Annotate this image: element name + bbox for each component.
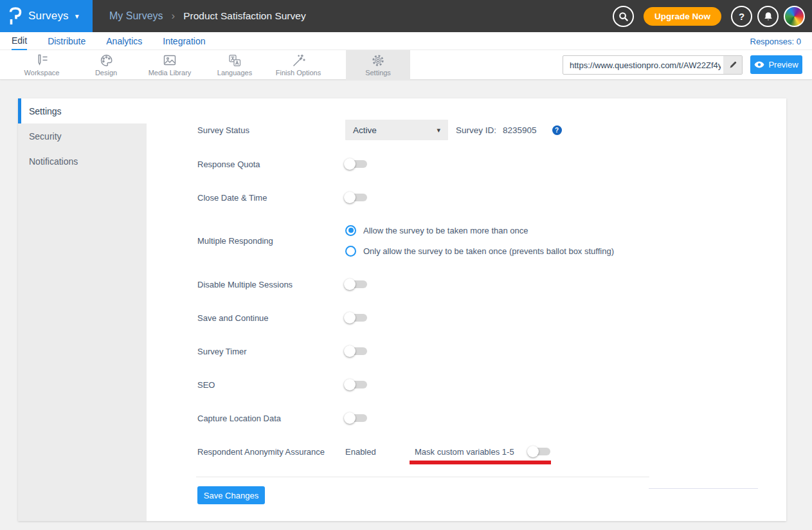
mask-custom-variables-toggle[interactable] [528,448,550,455]
save-changes-button[interactable]: Save Changes [197,486,265,504]
toolbar-item-settings[interactable]: Settings [346,50,410,80]
radio-option-multiple-allowed[interactable]: Allow the survey to be taken more than o… [345,220,614,241]
toggle-knob [344,158,356,170]
faint-divider [649,488,758,489]
notifications-button[interactable] [757,6,779,27]
toolbar-item-languages[interactable]: Languages [203,50,267,80]
surveys-product-menu[interactable]: Surveys ▼ [0,0,93,32]
survey-status-value: Active [353,125,377,135]
mask-custom-variables-label: Mask custom variables 1-5 [415,447,528,457]
search-button[interactable] [613,6,634,27]
chevron-down-icon: ▼ [74,13,80,20]
respondent-anonymity-row: Respondent Anonymity Assurance Enabled M… [197,441,550,462]
upgrade-now-button[interactable]: Upgrade Now [644,7,721,26]
brand-name: Surveys [28,10,69,23]
capture-location-data-toggle[interactable] [345,414,367,422]
image-icon [162,53,177,68]
survey-status-label: Survey Status [197,125,345,135]
chevron-down-icon: ▾ [437,126,440,134]
edit-url-button[interactable] [723,56,742,74]
pencil-icon [728,60,737,69]
gear-icon [371,53,385,68]
eye-icon [754,61,764,68]
seo-row: SEO [197,374,367,395]
form-divider [196,477,649,477]
close-date-time-label: Close Date & Time [197,193,345,203]
response-quota-toggle[interactable] [345,160,367,168]
edit-toolbar: Workspace Design Media Library Languages [0,50,812,80]
toggle-knob [527,446,539,457]
toolbar-label: Media Library [149,69,192,77]
seo-label: SEO [197,380,345,390]
multiple-responding-row: Multiple Responding Allow the survey to … [197,220,614,261]
breadcrumb-current-survey: Product Satisfaction Survey [183,10,305,22]
radio-option-once-only[interactable]: Only allow the survey to be taken once (… [345,241,614,261]
survey-url-field [563,55,743,75]
survey-timer-row: Survey Timer [197,341,367,361]
preview-label: Preview [768,60,798,69]
palette-icon [99,53,114,68]
radio-option-label: Only allow the survey to be taken once (… [363,246,614,256]
toolbar-label: Languages [217,69,252,77]
bell-icon [763,11,773,22]
disable-multiple-sessions-label: Disable Multiple Sessions [197,280,345,289]
save-and-continue-label: Save and Continue [197,313,345,323]
disable-multiple-sessions-toggle[interactable] [345,280,367,288]
magic-wand-icon [291,53,306,68]
save-and-continue-toggle[interactable] [345,314,367,322]
survey-id-value: 8235905 [503,125,537,135]
radio-selected-icon [345,225,356,236]
seo-toggle[interactable] [345,381,367,388]
close-date-time-row: Close Date & Time [197,187,367,208]
multiple-responding-options: Allow the survey to be taken more than o… [345,220,614,261]
close-date-time-toggle[interactable] [345,194,367,201]
toolbar-item-design[interactable]: Design [74,50,138,80]
breadcrumb-separator-icon: › [172,10,176,23]
anonymity-status-text: Enabled [345,447,415,457]
red-underline-annotation [410,461,551,464]
tab-edit[interactable]: Edit [12,32,27,50]
toolbar-label: Settings [365,69,391,77]
help-button[interactable]: ? [731,6,752,27]
topbar-actions: Upgrade Now ? [613,0,805,32]
workspace-icon [34,53,50,68]
toggle-knob [344,279,356,290]
module-tabs: Edit Distribute Analytics Integration [12,32,205,50]
capture-location-data-row: Capture Location Data [197,408,367,428]
survey-status-dropdown[interactable]: Active ▾ [345,120,448,140]
disable-multiple-sessions-row: Disable Multiple Sessions [197,274,367,295]
settings-sidebar: Settings Security Notifications [18,98,147,521]
toggle-knob [344,192,356,203]
preview-button[interactable]: Preview [750,55,802,74]
survey-id-label: Survey ID: [456,125,496,135]
settings-panel: Settings Security Notifications Survey S… [18,98,786,521]
radio-option-label: Allow the survey to be taken more than o… [363,226,528,235]
breadcrumb: My Surveys › Product Satisfaction Survey [109,0,306,32]
toggle-knob [344,345,356,357]
breadcrumb-my-surveys[interactable]: My Surveys [109,10,163,22]
sidebar-item-notifications[interactable]: Notifications [18,149,147,174]
toolbar-item-workspace[interactable]: Workspace [10,50,74,80]
toggle-knob [344,412,356,424]
responses-count[interactable]: Responses: 0 [750,32,802,50]
survey-url-input[interactable] [563,56,723,74]
save-and-continue-row: Save and Continue [197,307,367,328]
user-avatar[interactable] [784,6,805,27]
sidebar-item-security[interactable]: Security [18,123,147,149]
survey-id-help-icon[interactable]: ? [552,125,562,135]
toolbar-label: Design [95,69,117,77]
toolbar-item-media-library[interactable]: Media Library [138,50,202,80]
toolbar-label: Workspace [24,69,60,77]
survey-timer-label: Survey Timer [197,347,345,356]
survey-timer-toggle[interactable] [345,347,367,355]
tab-integration[interactable]: Integration [163,32,205,50]
search-icon [618,11,629,22]
survey-status-row: Survey Status Active ▾ Survey ID: 823590… [197,120,562,140]
module-tab-bar: Edit Distribute Analytics Integration Re… [0,32,812,50]
sidebar-item-settings[interactable]: Settings [18,98,147,123]
response-quota-row: Response Quota [197,154,367,174]
toolbar-item-finish-options[interactable]: Finish Options [266,50,330,80]
tab-distribute[interactable]: Distribute [48,32,86,50]
tab-analytics[interactable]: Analytics [106,32,142,50]
toggle-knob [344,379,356,390]
